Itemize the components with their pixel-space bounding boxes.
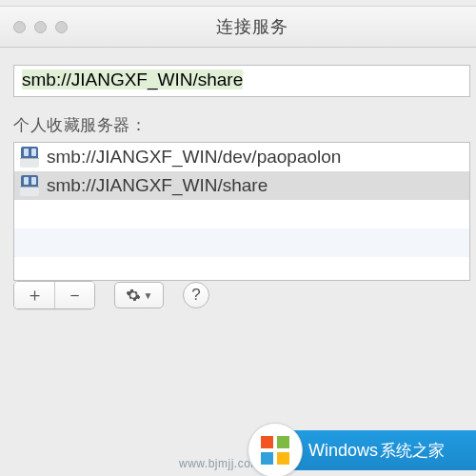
favorites-list[interactable]: smb://JIANGXF_WIN/dev/paopaolon smb://JI… — [13, 142, 470, 281]
list-item-empty — [14, 200, 469, 228]
remove-button[interactable]: － — [54, 282, 94, 308]
windows-logo-icon — [261, 436, 289, 465]
list-item-empty — [14, 228, 469, 257]
add-remove-segment: ＋ － — [13, 281, 95, 309]
server-address-value: smb://JIANGXF_WIN/share — [22, 69, 243, 89]
action-menu-button[interactable]: ▼ — [114, 282, 164, 308]
window-title: 连接服务 — [216, 15, 288, 38]
minimize-button[interactable] — [34, 21, 47, 33]
list-item-url: smb://JIANGXF_WIN/share — [47, 175, 268, 196]
server-address-input[interactable]: smb://JIANGXF_WIN/share — [13, 65, 470, 97]
chevron-down-icon: ▼ — [144, 290, 153, 301]
badge-text-2: 系统之家 — [380, 440, 445, 462]
badge-text-1: Windows — [308, 441, 378, 461]
server-icon — [20, 147, 39, 168]
windows-badge: Windows 系统之家 — [248, 423, 476, 476]
gear-icon — [126, 288, 141, 303]
address-field-wrap: smb://JIANGXF_WIN/share — [13, 65, 476, 97]
server-icon — [20, 175, 39, 196]
favorites-label: 个人收藏服务器： — [13, 114, 476, 136]
windows-logo-circle — [248, 423, 303, 476]
close-button[interactable] — [13, 21, 26, 33]
list-item[interactable]: smb://JIANGXF_WIN/dev/paopaolon — [14, 143, 469, 171]
connect-to-server-window: 连接服务 smb://JIANGXF_WIN/share 个人收藏服务器： sm… — [0, 6, 476, 309]
titlebar: 连接服务 — [0, 6, 476, 48]
add-button[interactable]: ＋ — [14, 282, 54, 308]
list-toolbar: ＋ － ▼ ? — [13, 281, 470, 309]
help-button[interactable]: ? — [183, 282, 209, 308]
list-item[interactable]: smb://JIANGXF_WIN/share — [14, 171, 469, 200]
zoom-button[interactable] — [55, 21, 68, 33]
list-item-url: smb://JIANGXF_WIN/dev/paopaolon — [47, 147, 341, 168]
badge-bar: Windows 系统之家 — [274, 430, 476, 470]
window-content: smb://JIANGXF_WIN/share 个人收藏服务器： smb://J… — [0, 48, 476, 309]
traffic-lights — [13, 21, 68, 33]
